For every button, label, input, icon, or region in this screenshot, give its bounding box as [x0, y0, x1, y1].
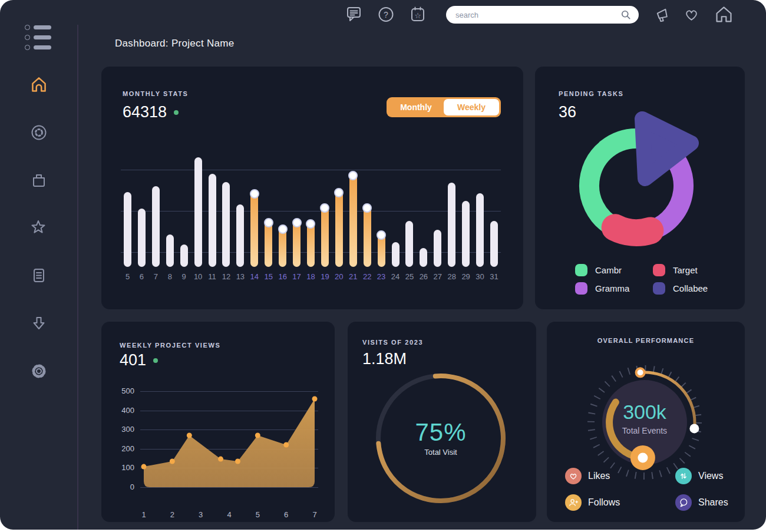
bar-column[interactable]: 24 [389, 155, 402, 282]
bar-label: 15 [264, 272, 272, 281]
sidebar-item-favorites[interactable] [27, 216, 51, 240]
heart-icon[interactable] [682, 6, 702, 26]
bar-column[interactable]: 7 [149, 155, 163, 282]
gear-icon [29, 361, 49, 381]
speech-bubble-icon [675, 494, 692, 511]
bar-column[interactable]: 26 [417, 155, 430, 282]
calendar-star-icon[interactable]: ☆ [408, 5, 428, 25]
sidebar-item-downloads[interactable] [27, 312, 51, 335]
bar-column[interactable]: 15 [262, 155, 275, 282]
bar[interactable] [124, 192, 131, 267]
bar-column[interactable]: 17 [290, 155, 303, 282]
bar-column[interactable]: 31 [487, 155, 501, 282]
bar-column[interactable]: 21 [346, 155, 360, 282]
bar[interactable] [194, 157, 202, 267]
bar-column[interactable]: 13 [233, 155, 247, 282]
sidebar-item-settings[interactable] [27, 359, 51, 383]
bar-column[interactable]: 8 [163, 155, 177, 282]
bar[interactable] [279, 227, 286, 267]
bar-label: 12 [222, 272, 230, 281]
message-icon[interactable] [344, 5, 364, 25]
donut-legend: Cambr Target Gramma Collabee [575, 264, 708, 295]
weekly-area-chart [140, 391, 318, 487]
bar-column[interactable]: 30 [473, 155, 487, 282]
x-axis-labels: 1234567 [140, 510, 318, 520]
bar-label: 19 [321, 272, 329, 281]
progress-percent: 75% [415, 418, 466, 447]
toggle-option-weekly[interactable]: Weekly [444, 99, 499, 115]
bar-column[interactable]: 12 [219, 155, 233, 282]
toggle-option-monthly[interactable]: Monthly [388, 99, 444, 115]
bar[interactable] [222, 182, 230, 267]
bar-label: 30 [476, 272, 484, 281]
bar[interactable] [420, 248, 427, 267]
sidebar-item-home[interactable] [27, 73, 51, 97]
bar[interactable] [405, 221, 413, 267]
bar-column[interactable]: 25 [402, 155, 416, 282]
bar-column[interactable]: 27 [431, 155, 444, 282]
bar-label: 10 [194, 272, 202, 281]
bar[interactable] [152, 186, 160, 267]
bar[interactable] [138, 209, 146, 267]
bar-column[interactable]: 28 [445, 155, 458, 282]
search-icon[interactable] [620, 9, 632, 21]
home-icon[interactable] [713, 4, 733, 24]
bar[interactable] [448, 183, 455, 267]
bar[interactable] [209, 174, 216, 267]
y-tick: 400 [108, 406, 134, 415]
bar-label: 25 [405, 272, 414, 281]
bar-label: 13 [236, 272, 245, 281]
bar[interactable] [378, 233, 385, 267]
bar[interactable] [476, 193, 484, 267]
bar-column[interactable]: 16 [276, 155, 289, 282]
legend-swatch [575, 282, 587, 295]
bar-column[interactable]: 23 [375, 155, 388, 282]
arrow-down-icon [29, 313, 49, 333]
bar-column[interactable]: 22 [361, 155, 374, 282]
bar-dot [334, 188, 344, 197]
y-tick: 500 [108, 386, 134, 396]
megaphone-icon[interactable] [653, 5, 673, 25]
app-window: ? ☆ Dashboard: Project Name MONTHLY STAT… [0, 0, 766, 530]
bar[interactable] [364, 206, 371, 267]
bar[interactable] [180, 244, 188, 267]
bar-column[interactable]: 18 [304, 155, 318, 282]
briefcase-icon [29, 170, 49, 190]
y-tick: 300 [108, 425, 134, 434]
person-plus-icon [565, 494, 582, 511]
bar[interactable] [490, 221, 498, 267]
sidebar-item-projects[interactable] [27, 168, 51, 192]
bar-column[interactable]: 20 [332, 155, 346, 282]
bar-label: 9 [182, 272, 186, 281]
bar-label: 29 [461, 272, 470, 281]
y-tick: 200 [108, 444, 134, 454]
bar[interactable] [166, 234, 174, 267]
bar-dot [292, 218, 302, 227]
search-input[interactable] [454, 10, 620, 20]
sidebar-item-dashboard[interactable] [27, 121, 51, 144]
bar-label: 20 [335, 272, 343, 281]
bar[interactable] [462, 201, 470, 267]
bar[interactable] [349, 174, 357, 267]
bar-column[interactable]: 10 [192, 155, 205, 282]
help-icon[interactable]: ? [376, 5, 396, 25]
bar[interactable] [307, 222, 315, 267]
bar-column[interactable]: 5 [121, 155, 134, 282]
bar[interactable] [335, 191, 343, 267]
bar[interactable] [250, 192, 258, 267]
bar[interactable] [434, 230, 441, 267]
bar-column[interactable]: 11 [206, 155, 219, 282]
bar-column[interactable]: 9 [177, 155, 191, 282]
bar[interactable] [321, 206, 329, 267]
card-label: VISITS OF 2023 [362, 339, 423, 346]
legend-item: Collabee [653, 282, 708, 295]
bar-column[interactable]: 14 [247, 155, 261, 282]
bar-column[interactable]: 6 [135, 155, 148, 282]
bar-column[interactable]: 29 [459, 155, 473, 282]
bar[interactable] [392, 242, 399, 267]
sidebar-item-documents[interactable] [27, 264, 51, 288]
bar-column[interactable]: 19 [318, 155, 332, 282]
bar[interactable] [293, 221, 301, 267]
bar[interactable] [236, 204, 244, 267]
bar[interactable] [265, 221, 272, 267]
